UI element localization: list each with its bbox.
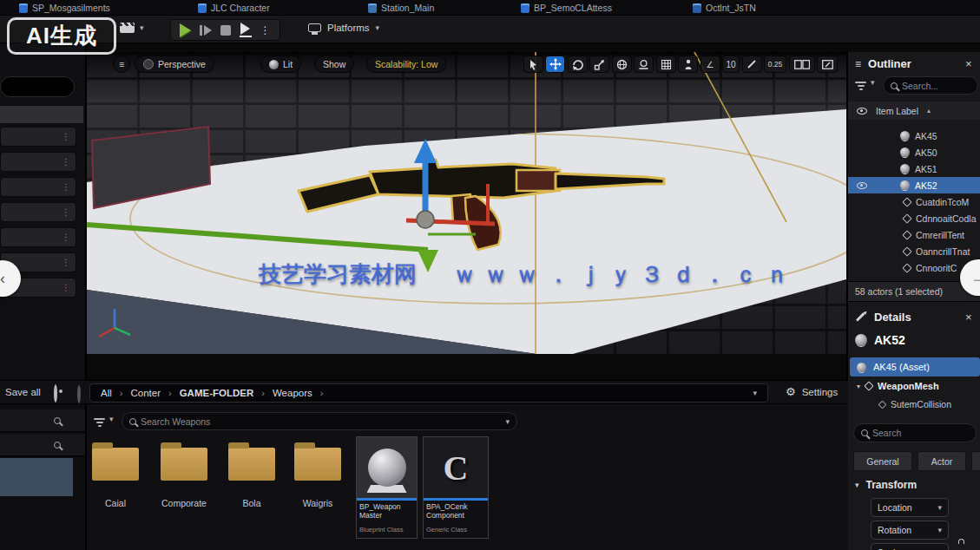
viewport-layout-button[interactable] [789, 56, 815, 73]
asset-tile-blueprint[interactable]: BP_Weapon Master Blueprint Class [356, 436, 418, 539]
save-all-button[interactable]: Save all [5, 387, 41, 397]
outliner-row-selected[interactable]: AK52 [848, 177, 980, 193]
dock-target-icon[interactable] [54, 384, 57, 403]
grid-snap-toggle[interactable] [656, 56, 676, 73]
outliner-row[interactable]: AK51 [848, 160, 980, 177]
outliner-row[interactable]: AK45 [848, 128, 980, 144]
details-search-input[interactable]: Search [853, 423, 977, 442]
folder-label[interactable]: Comporate [149, 498, 219, 508]
folder-label[interactable]: Caial [81, 498, 150, 508]
outliner-filter-button[interactable]: ▾ [855, 78, 875, 87]
sources-search-row[interactable] [0, 434, 85, 456]
lit-mode-button[interactable]: Lit [260, 56, 301, 73]
row-label: CdnnoaitCodla [916, 213, 976, 224]
close-icon[interactable]: × [965, 311, 972, 324]
rotation-snap-value[interactable]: 10 [722, 56, 740, 73]
component-row-selected[interactable]: AK45 (Asset) [850, 357, 980, 376]
button-label: General [866, 456, 898, 467]
close-icon[interactable]: × [965, 57, 972, 70]
maximize-viewport-button[interactable] [817, 56, 838, 73]
chevron-down-icon[interactable]: ▾ [753, 389, 757, 397]
world-space-toggle[interactable] [612, 56, 632, 73]
move-tool[interactable] [545, 56, 565, 73]
folder-tile[interactable] [293, 447, 342, 481]
scalability-warning[interactable]: Scalability: Low [366, 56, 446, 73]
folder-tile[interactable] [160, 447, 208, 481]
show-button[interactable]: Show [314, 56, 354, 73]
left-list-item[interactable]: ⋮ [0, 202, 76, 222]
tab-blueprint-4[interactable]: Octlnt_JsTN [693, 0, 756, 16]
cinematics-button[interactable]: ▾ [120, 23, 144, 33]
rotation-dropdown[interactable]: Rotation▾ [871, 521, 949, 540]
platforms-button[interactable]: Platforms ▾ [308, 23, 379, 33]
sources-selected-item[interactable] [0, 458, 73, 496]
filter-actor-button[interactable]: Actor [918, 451, 966, 471]
frame-skip-button[interactable] [200, 25, 212, 36]
filter-general-button[interactable]: General [853, 451, 912, 471]
content-filter-button[interactable]: ▾ [94, 415, 114, 423]
folder-label[interactable]: Waigris [283, 498, 352, 508]
breadcrumb-all[interactable]: All [101, 388, 112, 398]
outliner-row[interactable]: AK50 [848, 144, 980, 160]
tab-level[interactable]: Station_Main [368, 0, 434, 16]
scale-tool[interactable] [589, 56, 609, 73]
select-tool[interactable] [523, 56, 543, 73]
stop-button[interactable] [220, 25, 231, 36]
asset-tile-component[interactable]: C BPA_OCenk Component Generic Class [423, 436, 489, 539]
settings-button[interactable]: ⚙ Settings [786, 385, 838, 398]
outliner-row[interactable]: CmrerillTent [848, 226, 980, 243]
location-dropdown[interactable]: Location▾ [871, 498, 949, 517]
breadcrumb-weapons[interactable]: Weapors [273, 388, 312, 398]
value: 0.25 [768, 60, 783, 69]
surface-snap-toggle[interactable] [634, 56, 654, 73]
breadcrumb-game-folder[interactable]: GAME-FOLDER [180, 388, 254, 398]
folder-label[interactable]: Bola [217, 498, 286, 508]
folder-tile[interactable] [91, 447, 140, 481]
left-panel-field[interactable] [0, 76, 75, 97]
row-label: AK52 [915, 180, 937, 191]
content-browser: ▾ Search Weapons ▾ Caial Comporate Bola … [87, 404, 848, 550]
rotation-snap-toggle[interactable]: ∠ [700, 56, 720, 73]
expand-icon[interactable]: ▾ [857, 383, 860, 390]
dock-circle-icon[interactable] [77, 385, 81, 403]
scale-snap-toggle[interactable] [742, 56, 762, 73]
component-row-root[interactable]: ▾ WeaponMesh [857, 381, 939, 391]
chevron-down-icon: ▾ [505, 417, 510, 426]
scale-dropdown[interactable]: Scale▾ [871, 543, 949, 550]
folder-tile[interactable] [227, 447, 276, 481]
tab-label: Station_Main [381, 3, 434, 13]
dots-icon: ⋮ [62, 232, 70, 242]
play-controls: ⋮ [170, 19, 280, 41]
tab-blueprint-3[interactable]: BP_SemoCLAttess [521, 0, 612, 16]
left-list-item[interactable]: ⋮ [0, 227, 76, 247]
outliner-column-header[interactable]: Item Label ▴ [848, 101, 980, 120]
outliner-row[interactable]: OanncrillTnat [848, 243, 980, 259]
outliner-search-input[interactable]: Search... [883, 76, 978, 95]
tab-blueprint-1[interactable]: SP_Mosgasilments [19, 0, 110, 16]
actor-snap-toggle[interactable] [678, 56, 698, 73]
left-list-item[interactable]: ⋮ [0, 127, 76, 147]
breadcrumb-content[interactable]: Conter [130, 388, 161, 398]
left-list-item[interactable]: ⋮ [0, 152, 76, 172]
viewport-options-button[interactable]: ≡ [113, 56, 130, 73]
transform-section-header[interactable]: ▾ Transform [855, 479, 917, 491]
details-header: Details [855, 311, 911, 324]
filter-more-button[interactable] [971, 451, 980, 471]
asset-tab-bar: SP_Mosgasilments JLC Character Station_M… [0, 0, 980, 16]
play-button[interactable] [180, 23, 191, 37]
left-list-item[interactable]: ⋮ [0, 177, 76, 197]
asset-name: BP_Weapon Master [357, 501, 417, 525]
scale-snap-value[interactable]: 0.25 [764, 56, 786, 73]
sources-search-row[interactable] [0, 409, 85, 432]
more-options-icon[interactable]: ⋮ [260, 24, 271, 36]
content-search-input[interactable]: Search Weapons ▾ [122, 412, 517, 430]
component-row-child[interactable]: SutemCollision [879, 399, 951, 409]
rotate-tool[interactable] [568, 56, 588, 73]
outliner-row[interactable]: CuatdinTcoM [848, 193, 980, 210]
advance-button[interactable] [240, 23, 252, 37]
perspective-button[interactable]: Perspective [135, 56, 214, 73]
tab-blueprint-2[interactable]: JLC Character [198, 0, 270, 16]
outliner-row[interactable]: CdnnoaitCodla [848, 210, 980, 226]
eye-icon[interactable] [857, 182, 867, 189]
viewport-3d[interactable]: ≡ Perspective Lit Show Scalability: Low … [87, 52, 846, 354]
